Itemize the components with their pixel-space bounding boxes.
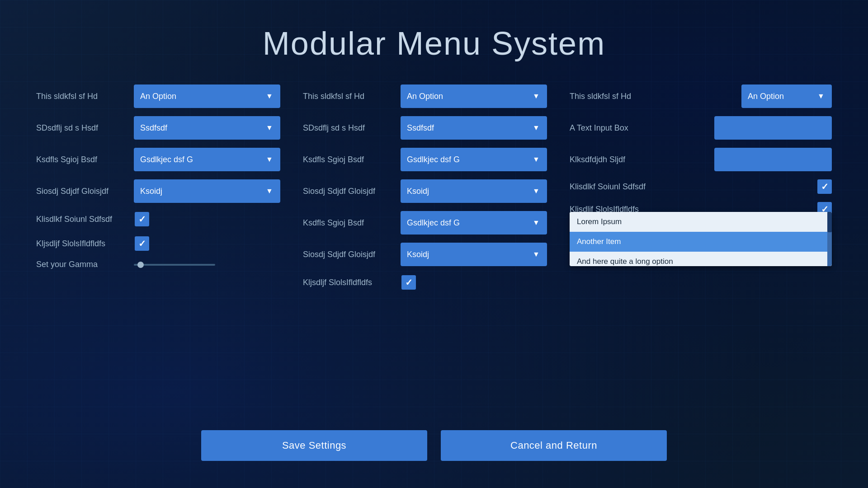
c1r6-label: Kljsdljf SlolsIfldfldfs xyxy=(36,239,127,249)
c1r2-row: SDsdflj sd s Hsdf Ssdfsdf ▼ xyxy=(36,116,280,140)
c1r4-dropdown-arrow: ▼ xyxy=(265,187,274,196)
c2r4-dropdown[interactable]: Ksoidj ▼ xyxy=(401,179,547,203)
c2r5-dropdown-value: Gsdlkjec dsf G xyxy=(407,218,460,228)
c1r7-slider-track[interactable] xyxy=(134,264,215,266)
c2r3-label: Ksdfls Sgioj Bsdf xyxy=(303,155,393,164)
c1r6-checkbox[interactable] xyxy=(135,236,149,251)
c2r3-dropdown-arrow: ▼ xyxy=(532,155,541,164)
c1r3-dropdown-arrow: ▼ xyxy=(265,155,274,164)
dropdown-item-another[interactable]: Another Item xyxy=(570,232,827,252)
page-wrapper: Modular Menu System This sldkfsl sf Hd A… xyxy=(0,0,868,488)
c2r2-dropdown-value: Ssdfsdf xyxy=(407,123,434,133)
c2r1-dropdown-arrow: ▼ xyxy=(532,92,541,101)
c2r4-dropdown-arrow: ▼ xyxy=(532,187,541,196)
c2r1-dropdown-value: An Option xyxy=(407,92,443,101)
column-3: This sldkfsl sf Hd An Option ▼ A Text In… xyxy=(570,84,832,291)
c2r6-dropdown[interactable]: Ksoidj ▼ xyxy=(401,243,547,266)
c2r6-label: Siosdj Sdjdf Gloisjdf xyxy=(303,250,393,259)
c1r4-dropdown-value: Ksoidj xyxy=(140,187,162,196)
content-area: This sldkfsl sf Hd An Option ▼ SDsdflj s… xyxy=(36,84,832,291)
c2r4-row: Siosdj Sdjdf Gloisjdf Ksoidj ▼ xyxy=(303,179,547,203)
c2r5-dropdown[interactable]: Gsdlkjec dsf G ▼ xyxy=(401,211,547,235)
dropdown-scrollbar[interactable] xyxy=(827,212,832,266)
c2r5-row: Ksdfls Sgioj Bsdf Gsdlkjec dsf G ▼ xyxy=(303,211,547,235)
dropdown-menu: Lorem Ipsum Another Item And here quite … xyxy=(570,212,832,266)
c1r5-row: Klisdlkf Soiunl Sdfsdf xyxy=(36,211,280,227)
page-title: Modular Menu System xyxy=(263,25,605,62)
c2r7-label: Kljsdljf SlolsIfldfldfs xyxy=(303,278,393,287)
c1r1-dropdown-value: An Option xyxy=(140,92,176,101)
c1r5-checkbox[interactable] xyxy=(135,212,149,226)
dropdown-open-container: Lorem Ipsum Another Item And here quite … xyxy=(570,188,832,243)
c3r3-label: Klksdfdjdh Sljdf xyxy=(570,155,687,164)
c1r6-checkbox-wrapper xyxy=(134,235,150,252)
c3r3-text-input[interactable] xyxy=(714,148,832,171)
c2r3-dropdown-value: Gsdlkjec dsf G xyxy=(407,155,460,164)
column-1: This sldkfsl sf Hd An Option ▼ SDsdflj s… xyxy=(36,84,280,291)
buttons-row: Save Settings Cancel and Return xyxy=(201,430,667,461)
c3r1-dropdown[interactable]: An Option ▼ xyxy=(741,84,832,108)
c2r4-label: Siosdj Sdjdf Gloisjdf xyxy=(303,187,393,196)
c2r4-dropdown-value: Ksoidj xyxy=(407,187,429,196)
column-2: This sldkfsl sf Hd An Option ▼ SDsdflj s… xyxy=(303,84,547,291)
c1r5-label: Klisdlkf Soiunl Sdfsdf xyxy=(36,215,127,224)
c3r1-label: This sldkfsl sf Hd xyxy=(570,92,687,101)
c3r3-row: Klksdfdjdh Sljdf xyxy=(570,148,832,171)
c1r6-row: Kljsdljf SlolsIfldfldfs xyxy=(36,235,280,252)
save-button[interactable]: Save Settings xyxy=(201,430,427,461)
c2r3-dropdown[interactable]: Gsdlkjec dsf G ▼ xyxy=(401,148,547,171)
c3r2-text-input[interactable] xyxy=(714,116,832,140)
c2r1-label: This sldkfsl sf Hd xyxy=(303,92,393,101)
c1r3-row: Ksdfls Sgioj Bsdf Gsdlkjec dsf G ▼ xyxy=(36,148,280,171)
c2r5-label: Ksdfls Sgioj Bsdf xyxy=(303,218,393,228)
c1r2-dropdown[interactable]: Ssdfsdf ▼ xyxy=(134,116,280,140)
c1r7-row: Set your Gamma xyxy=(36,260,280,269)
c2r5-dropdown-arrow: ▼ xyxy=(532,218,541,227)
c1r1-label: This sldkfsl sf Hd xyxy=(36,92,127,101)
c2r2-label: SDsdflj sd s Hsdf xyxy=(303,123,393,133)
c2r3-row: Ksdfls Sgioj Bsdf Gsdlkjec dsf G ▼ xyxy=(303,148,547,171)
c1r3-label: Ksdfls Sgioj Bsdf xyxy=(36,155,127,164)
c1r1-row: This sldkfsl sf Hd An Option ▼ xyxy=(36,84,280,108)
c2r7-checkbox-wrapper xyxy=(401,274,417,291)
c1r3-dropdown-value: Gsdlkjec dsf G xyxy=(140,155,193,164)
c2r2-row: SDsdflj sd s Hsdf Ssdfsdf ▼ xyxy=(303,116,547,140)
c3r2-row: A Text Input Box xyxy=(570,116,832,140)
c1r3-dropdown[interactable]: Gsdlkjec dsf G ▼ xyxy=(134,148,280,171)
c2r6-row: Siosdj Sdjdf Gloisjdf Ksoidj ▼ xyxy=(303,243,547,266)
c2r2-dropdown[interactable]: Ssdfsdf ▼ xyxy=(401,116,547,140)
c1r1-dropdown[interactable]: An Option ▼ xyxy=(134,84,280,108)
c1r7-label: Set your Gamma xyxy=(36,260,127,269)
c2r7-row: Kljsdljf SlolsIfldfldfs xyxy=(303,274,547,291)
c1r2-dropdown-arrow: ▼ xyxy=(265,123,274,132)
c2r1-row: This sldkfsl sf Hd An Option ▼ xyxy=(303,84,547,108)
c1r4-label: Siosdj Sdjdf Gloisjdf xyxy=(36,187,127,196)
c1r2-dropdown-value: Ssdfsdf xyxy=(140,123,167,133)
c3r1-row: This sldkfsl sf Hd An Option ▼ xyxy=(570,84,832,108)
c1r2-label: SDsdflj sd s Hsdf xyxy=(36,123,127,133)
dropdown-item-lorem[interactable]: Lorem Ipsum xyxy=(570,212,827,232)
cancel-button[interactable]: Cancel and Return xyxy=(441,430,667,461)
c1r7-slider-thumb[interactable] xyxy=(137,262,144,268)
c1r4-dropdown[interactable]: Ksoidj ▼ xyxy=(134,179,280,203)
c2r7-checkbox[interactable] xyxy=(401,275,416,290)
c1r5-checkbox-wrapper xyxy=(134,211,150,227)
c1r7-slider-wrapper xyxy=(134,264,280,266)
c2r1-dropdown[interactable]: An Option ▼ xyxy=(401,84,547,108)
c1r4-row: Siosdj Sdjdf Gloisjdf Ksoidj ▼ xyxy=(36,179,280,203)
dropdown-menu-scroll[interactable]: Lorem Ipsum Another Item And here quite … xyxy=(570,212,827,266)
c3r1-dropdown-arrow: ▼ xyxy=(816,92,826,101)
c2r2-dropdown-arrow: ▼ xyxy=(532,123,541,132)
c2r6-dropdown-value: Ksoidj xyxy=(407,250,429,259)
c1r1-dropdown-arrow: ▼ xyxy=(265,92,274,101)
c3r1-dropdown-value: An Option xyxy=(748,92,784,101)
c2r6-dropdown-arrow: ▼ xyxy=(532,250,541,259)
dropdown-item-long[interactable]: And here quite a long option xyxy=(570,252,827,266)
c3r2-label: A Text Input Box xyxy=(570,123,687,133)
